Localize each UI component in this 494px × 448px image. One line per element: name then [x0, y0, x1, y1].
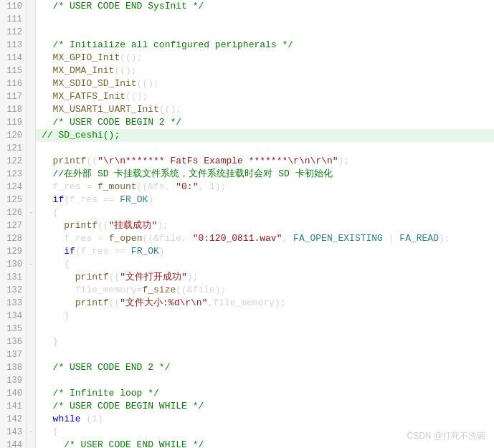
code-content	[36, 26, 494, 39]
fold-indicator[interactable]: -	[27, 426, 36, 439]
fold-indicator	[27, 142, 36, 155]
table-row: 116 MX_SDIO_SD_Init(();	[0, 77, 494, 90]
line-number: 137	[0, 348, 27, 361]
code-content	[36, 323, 494, 335]
code-content: /* USER CODE END 2 */	[36, 361, 494, 374]
table-row: 124 f_res = f_mount((&fs, "0:", 1);	[0, 181, 494, 194]
code-content: MX_SDIO_SD_Init(();	[36, 77, 494, 90]
line-number: 119	[0, 116, 27, 129]
fold-indicator	[27, 284, 36, 297]
line-number: 136	[0, 335, 27, 348]
fold-indicator	[27, 181, 36, 194]
watermark: CSDN @打死不洗碗	[407, 430, 485, 442]
line-number: 126	[0, 206, 27, 219]
code-content: /* Infinite loop */	[36, 387, 494, 400]
line-number: 144	[0, 439, 27, 448]
table-row: 115 MX_DMA_Init(();	[0, 65, 494, 77]
table-row: 117 MX_FATFS_Init(();	[0, 90, 494, 103]
code-content: if(f_res == FR_OK)	[36, 245, 494, 258]
table-row: 133 printf(("文件大小:%d\r\n",file_memory);	[0, 297, 494, 310]
code-content: }	[36, 310, 494, 323]
fold-indicator	[27, 335, 36, 348]
line-number: 116	[0, 77, 27, 90]
code-content: {	[36, 206, 494, 219]
line-number: 139	[0, 374, 27, 387]
line-number: 114	[0, 52, 27, 65]
code-content: MX_GPIO_Init(();	[36, 52, 494, 65]
fold-indicator	[27, 77, 36, 90]
code-content: file_memory=f_size((&file);	[36, 284, 494, 297]
code-content: MX_USART1_UART_Init(();	[36, 103, 494, 116]
line-number: 117	[0, 90, 27, 103]
line-number: 110	[0, 0, 27, 13]
fold-indicator	[27, 103, 36, 116]
code-content: /* USER CODE BEGIN WHILE */	[36, 400, 494, 413]
table-row: 134 }	[0, 310, 494, 323]
code-content: while (1)	[36, 413, 494, 426]
table-row: 113 /* Initialize all configured periphe…	[0, 39, 494, 52]
code-content	[36, 142, 494, 155]
code-content	[36, 13, 494, 26]
code-content	[36, 374, 494, 387]
table-row: 128 f_res = f_open((&file, "0:120_0811.w…	[0, 232, 494, 245]
fold-indicator	[27, 387, 36, 400]
table-row: 136 }	[0, 335, 494, 348]
code-content: /* USER CODE BEGIN 2 */	[36, 116, 494, 129]
fold-indicator	[27, 65, 36, 77]
fold-indicator	[27, 26, 36, 39]
code-editor: 110 /* USER CODE END SysInit */111112113…	[0, 0, 494, 448]
code-content: f_res = f_mount((&fs, "0:", 1);	[36, 181, 494, 194]
line-number: 140	[0, 387, 27, 400]
line-number: 115	[0, 65, 27, 77]
fold-indicator	[27, 39, 36, 52]
table-row: 126- {	[0, 206, 494, 219]
fold-indicator	[27, 219, 36, 232]
fold-indicator[interactable]: -	[27, 206, 36, 219]
table-row: 118 MX_USART1_UART_Init(();	[0, 103, 494, 116]
fold-indicator	[27, 400, 36, 413]
table-row: 139	[0, 374, 494, 387]
fold-indicator	[27, 129, 36, 142]
line-number: 125	[0, 194, 27, 206]
code-content: /* USER CODE END SysInit */	[36, 0, 494, 13]
line-number: 112	[0, 26, 27, 39]
fold-indicator	[27, 168, 36, 181]
fold-indicator	[27, 116, 36, 129]
line-number: 123	[0, 168, 27, 181]
fold-indicator	[27, 323, 36, 335]
line-number: 129	[0, 245, 27, 258]
table-row: 114 MX_GPIO_Init(();	[0, 52, 494, 65]
line-number: 132	[0, 284, 27, 297]
line-number: 130	[0, 258, 27, 271]
fold-indicator	[27, 155, 36, 168]
table-row: 112	[0, 26, 494, 39]
table-row: 129 if(f_res == FR_OK)	[0, 245, 494, 258]
fold-indicator	[27, 413, 36, 426]
table-row: 131 printf(("文件打开成功");	[0, 271, 494, 284]
fold-indicator	[27, 194, 36, 206]
fold-indicator	[27, 52, 36, 65]
fold-indicator	[27, 232, 36, 245]
line-number: 120	[0, 129, 27, 142]
table-row: 141 /* USER CODE BEGIN WHILE */	[0, 400, 494, 413]
code-content: // SD_ceshi();	[36, 129, 494, 142]
table-row: 138 /* USER CODE END 2 */	[0, 361, 494, 374]
table-row: 130- {	[0, 258, 494, 271]
code-content: MX_FATFS_Init(();	[36, 90, 494, 103]
table-row: 120// SD_ceshi();	[0, 129, 494, 142]
fold-indicator	[27, 297, 36, 310]
line-number: 124	[0, 181, 27, 194]
line-number: 142	[0, 413, 27, 426]
code-content: if(f_res == FR_OK)	[36, 194, 494, 206]
fold-indicator	[27, 90, 36, 103]
fold-indicator	[27, 361, 36, 374]
line-number: 122	[0, 155, 27, 168]
code-area: 110 /* USER CODE END SysInit */111112113…	[0, 0, 494, 448]
table-row: 111	[0, 13, 494, 26]
code-content: /* Initialize all configured peripherals…	[36, 39, 494, 52]
table-row: 132 file_memory=f_size((&file);	[0, 284, 494, 297]
fold-indicator[interactable]: -	[27, 258, 36, 271]
line-number: 133	[0, 297, 27, 310]
line-number: 131	[0, 271, 27, 284]
line-number: 127	[0, 219, 27, 232]
